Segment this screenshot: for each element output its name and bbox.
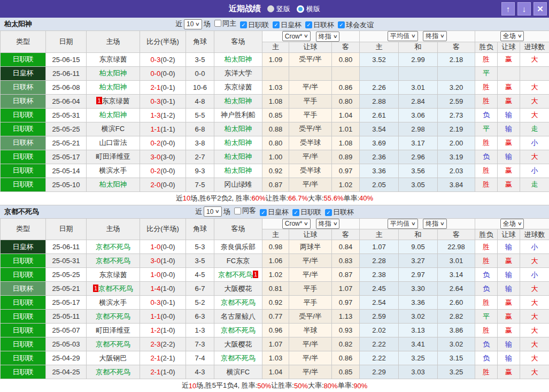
home-team-cell: 町田泽维亚 [87,150,140,164]
score-cell: 0-3(0-1) [140,94,186,108]
summary-text: 大率: [308,194,324,203]
checkbox-checked-icon[interactable]: ✓ [292,209,299,216]
col-result-wl: 胜负 [475,42,498,52]
filter-checkbox[interactable]: 同主 [214,19,236,28]
avg-away-odds-cell: 3.25 [438,365,475,379]
filter-checkbox[interactable]: ✓日职联 [292,207,321,217]
score-cell: 2-1(2-1) [140,351,186,365]
handicap-home-odds-cell [262,66,289,80]
league-type-cell: 日职联 [1,337,46,351]
average-stage-select[interactable]: 终指∨ [423,219,447,229]
checkbox-checked-icon[interactable]: ✓ [305,21,312,28]
chevron-down-icon: ∨ [517,34,522,39]
date-cell: 25-06-15 [46,52,87,66]
avg-home-odds-cell: 2.54 [360,296,399,310]
handicap-home-odds-cell: 1.03 [262,80,289,94]
match-row: 日职联25-04-25京都不死鸟2-1(1-0)4-3横滨FC1.04平/半0.… [1,365,549,379]
match-row: 日皇杯25-06-11柏太阳神0-0(0-0)0-0东洋大学平 [1,66,549,80]
bookmaker-select[interactable]: Crow*∨ [282,219,311,229]
summary-text: 55.6% [324,194,344,202]
layout-option-horizontal[interactable]: 横版 [297,4,320,14]
match-row: 日职联25-05-11京都不死鸟1-1(0-0)6-3名古屋鲸八0.77受平/半… [1,310,549,324]
close-button[interactable]: ✕ [533,2,547,16]
games-label: 场 [204,19,211,29]
match-row: 日职联25-05-31柏太阳神1-3(1-2)5-5神户胜利船0.85平手1.0… [1,108,549,122]
handicap-line-cell: 平/半 [289,268,332,282]
avg-home-odds-cell: 2.38 [360,268,399,282]
handicap-line-cell: 平/半 [289,254,332,268]
avg-home-odds-cell: 2.29 [360,365,399,379]
checkbox-checked-icon[interactable]: ✓ [325,209,332,216]
home-team-cell: 横滨水手 [87,296,140,310]
checkbox-checked-icon[interactable]: ✓ [338,21,345,28]
near-label: 近 [195,207,202,217]
result-winloss-cell: 负 [475,150,498,164]
average-select[interactable]: 平均值∨ [388,31,418,41]
odds-stage-select[interactable]: 终指∨ [316,32,340,42]
handicap-away-odds-cell: 0.84 [332,240,360,254]
handicap-away-odds-cell: 1.07 [332,282,360,296]
match-count-select[interactable]: 10∨ [204,206,222,217]
col-handicap-away: 客 [332,229,360,240]
handicap-line-cell: 半球 [289,324,332,337]
period-select[interactable]: 全场∨ [500,31,524,41]
team-label: 东京绿茵 [102,97,130,105]
scroll-down-button[interactable]: ↓ [517,2,531,16]
checkbox-checked-icon[interactable]: ✓ [273,21,280,28]
layout-option-vertical-label: 竖版 [276,4,290,14]
result-handicap-cell: 输 [498,337,520,351]
col-result-goals: 进球数 [520,42,549,52]
radio-selected-icon[interactable] [297,5,304,13]
average-select[interactable]: 平均值∨ [388,219,418,229]
fulltime-score: 1-2 [150,326,160,334]
away-team-cell: 名古屋鲸八 [214,310,262,324]
radio-unselected-icon[interactable] [267,5,274,12]
handicap-home-odds-cell: 0.96 [262,324,289,337]
handicap-home-odds-cell: 1.04 [262,365,289,379]
checkbox-unchecked-icon[interactable] [234,207,241,214]
filter-checkbox[interactable]: ✓日皇杯 [260,207,289,217]
handicap-home-odds-cell: 0.77 [262,310,289,324]
date-cell: 25-05-25 [46,268,87,282]
scroll-up-button[interactable]: ↑ [501,2,515,16]
result-goals-cell: 走 [520,122,549,136]
match-row: 日职联25-05-14横滨水手0-2(0-0)9-3柏太阳神0.92受半球0.9… [1,164,549,178]
halftime-score: (1-1) [160,125,175,133]
away-team-cell: 柏太阳神 [214,122,262,136]
match-count-select[interactable]: 10∨ [184,19,202,29]
date-cell: 25-05-11 [46,310,87,324]
result-winloss-cell: 胜 [475,94,498,108]
avg-draw-odds-cell: 9.05 [399,240,438,254]
checkbox-checked-icon[interactable]: ✓ [240,21,247,28]
period-select[interactable]: 全场∨ [500,219,524,229]
date-cell: 25-05-14 [46,164,87,178]
result-winloss-cell: 胜 [475,296,498,310]
handicap-home-odds-cell: 1.03 [262,351,289,365]
filter-checkbox[interactable]: ✓日联杯 [325,207,354,217]
team-section: 京都不死鸟 近 10∨ 场 同客✓日皇杯✓日职联✓日联杯 类型 日期 主场 比分… [0,205,549,392]
filter-checkbox[interactable]: ✓日联杯 [305,20,334,30]
bookmaker-select[interactable]: Crow*∨ [282,31,311,41]
away-team-cell: 神户胜利船 [214,108,262,122]
filter-checkbox[interactable]: 同客 [234,206,256,216]
col-type: 类型 [1,31,46,53]
checkbox-checked-icon[interactable]: ✓ [260,209,267,216]
filter-checkbox[interactable]: ✓日职联 [240,20,269,30]
odds-stage-select[interactable]: 终指∨ [316,219,340,229]
avg-away-odds-cell: 2.18 [438,52,475,66]
arrow-down-icon: ↓ [522,4,527,13]
result-goals-cell: 大 [520,150,549,164]
team-label: 大阪樱花 [225,285,252,293]
handicap-away-odds-cell [332,66,360,80]
team-label: 柏太阳神 [225,139,252,147]
checkbox-unchecked-icon[interactable] [214,20,221,27]
average-stage-select[interactable]: 终指∨ [423,31,447,41]
avg-away-odds-cell: 3.19 [438,150,475,164]
filter-checkbox[interactable]: ✓日皇杯 [273,20,301,30]
avg-away-odds-cell [438,66,475,80]
avg-draw-odds-cell: 2.96 [399,150,438,164]
filter-checkbox[interactable]: ✓球会友谊 [338,20,374,30]
filter-checkbox-label: 同主 [222,19,236,28]
layout-option-vertical[interactable]: 竖版 [267,4,290,14]
date-cell: 25-05-21 [46,282,87,296]
